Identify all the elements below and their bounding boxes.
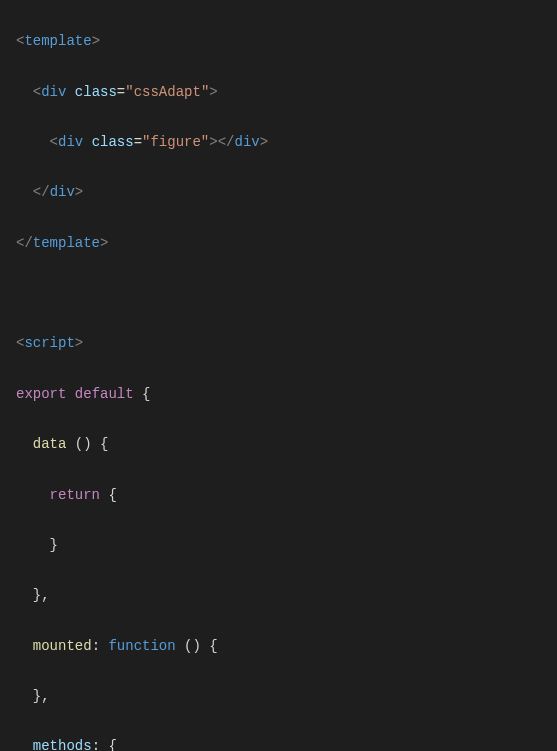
code-line: mounted: function () { bbox=[16, 634, 557, 659]
code-line: methods: { bbox=[16, 734, 557, 751]
code-line: data () { bbox=[16, 432, 557, 457]
code-line: return { bbox=[16, 483, 557, 508]
code-line: <div class="figure"></div> bbox=[16, 130, 557, 155]
code-line: <div class="cssAdapt"> bbox=[16, 80, 557, 105]
code-line: }, bbox=[16, 583, 557, 608]
blank-line bbox=[16, 281, 557, 306]
code-line: </div> bbox=[16, 180, 557, 205]
code-line: }, bbox=[16, 684, 557, 709]
code-line: </template> bbox=[16, 231, 557, 256]
code-line: } bbox=[16, 533, 557, 558]
code-line: <template> bbox=[16, 29, 557, 54]
code-line: export default { bbox=[16, 382, 557, 407]
code-line: <script> bbox=[16, 331, 557, 356]
code-editor[interactable]: <template> <div class="cssAdapt"> <div c… bbox=[0, 0, 557, 751]
